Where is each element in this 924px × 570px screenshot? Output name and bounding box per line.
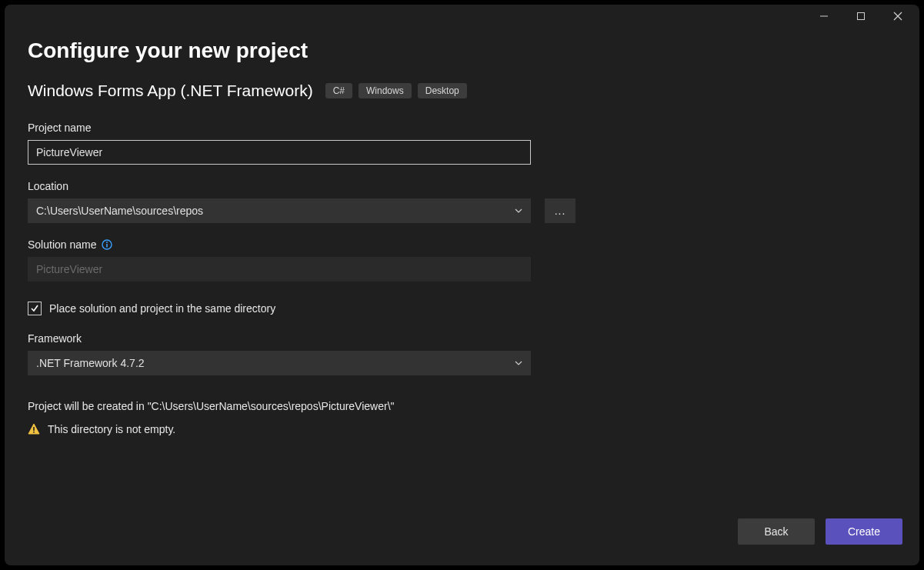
solution-name-input (28, 257, 531, 282)
framework-value: .NET Framework 4.7.2 (36, 357, 145, 369)
framework-field: Framework .NET Framework 4.7.2 (28, 332, 531, 375)
create-button[interactable]: Create (826, 518, 902, 545)
solution-name-label: Solution name (28, 238, 531, 251)
project-name-field: Project name (28, 122, 531, 165)
warning-icon (28, 423, 40, 435)
solution-name-field: Solution name (28, 238, 531, 282)
framework-label: Framework (28, 332, 531, 345)
template-tag: C# (325, 83, 352, 98)
location-field: Location C:\Users\UserName\sources\repos… (28, 180, 575, 223)
browse-button[interactable]: ... (545, 198, 575, 223)
titlebar (5, 5, 919, 28)
back-button[interactable]: Back (738, 518, 815, 545)
minimize-button[interactable] (809, 5, 839, 28)
svg-rect-7 (33, 427, 35, 431)
chevron-down-icon (515, 205, 522, 217)
maximize-icon (856, 12, 866, 21)
framework-combobox[interactable]: .NET Framework 4.7.2 (28, 351, 531, 375)
template-tag: Desktop (418, 83, 467, 98)
project-name-input[interactable] (28, 140, 531, 165)
chevron-down-icon (515, 357, 522, 369)
template-name: Windows Forms App (.NET Framework) (28, 82, 313, 100)
template-tags: C# Windows Desktop (325, 83, 467, 98)
close-icon (893, 12, 902, 21)
svg-rect-8 (33, 432, 35, 433)
content-area: Configure your new project Windows Forms… (5, 28, 919, 512)
summary-text: Project will be created in "C:\Users\Use… (28, 400, 896, 412)
dialog-window: Configure your new project Windows Forms… (5, 5, 919, 565)
page-title: Configure your new project (28, 38, 896, 63)
close-button[interactable] (882, 5, 913, 28)
location-combobox[interactable]: C:\Users\UserName\sources\repos (28, 198, 531, 223)
project-name-label: Project name (28, 122, 531, 134)
location-label: Location (28, 180, 575, 192)
warning-text: This directory is not empty. (48, 423, 175, 435)
minimize-icon (819, 12, 829, 21)
same-directory-label: Place solution and project in the same d… (49, 302, 275, 315)
template-row: Windows Forms App (.NET Framework) C# Wi… (28, 82, 896, 100)
info-icon[interactable] (102, 239, 112, 250)
location-value: C:\Users\UserName\sources\repos (36, 205, 203, 217)
svg-point-5 (106, 242, 108, 243)
template-tag: Windows (359, 83, 412, 98)
check-icon (30, 304, 39, 313)
same-directory-checkbox[interactable] (28, 302, 42, 315)
svg-rect-1 (858, 13, 865, 20)
warning-row: This directory is not empty. (28, 423, 896, 435)
maximize-button[interactable] (846, 5, 876, 28)
footer: Back Create (5, 512, 919, 565)
same-directory-row: Place solution and project in the same d… (28, 302, 896, 315)
svg-rect-6 (106, 244, 108, 248)
